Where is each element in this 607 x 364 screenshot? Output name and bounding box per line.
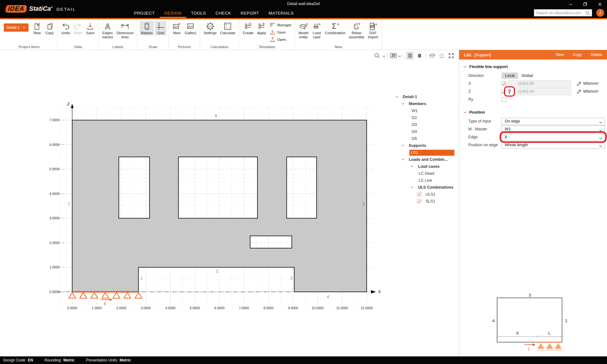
position-on-edge-label: Position on edge [468,143,502,147]
ribbon-pictures-gallery[interactable]: Gallery [183,21,197,35]
ribbon-labels-edges-names[interactable]: AEdgesnames [101,21,114,40]
x-stiffness-field[interactable]: 11492.80 [508,80,571,87]
tree-item-sls1[interactable]: SLS1 [395,198,454,205]
view-mode-dropdown-icon[interactable] [398,53,401,59]
tree-item-o3[interactable]: O3 [395,121,454,128]
menu-design[interactable]: DESIGN [160,8,186,18]
ribbon-calculation-calculate[interactable]: +−×÷Calculate [219,21,237,35]
new-support-button[interactable]: New [556,53,564,57]
tree-chevron-icon[interactable] [402,159,407,160]
ribbon-data-save[interactable]: Save [85,21,96,35]
direction-local-toggle[interactable]: Local [502,72,518,79]
tree-item-supports[interactable]: Supports [395,142,454,149]
ribbon-templates-open[interactable]: Open [269,36,293,43]
tree-checkbox[interactable] [417,192,421,197]
wireframe-view-icon[interactable] [406,52,414,60]
ribbon-draw-rebars[interactable]: Rebars [140,21,154,35]
ribbon-new-load-case[interactable]: Loadcase [311,21,323,40]
home-view-icon[interactable] [438,52,446,60]
tree-item-o5[interactable]: O5 [395,135,454,142]
tree-item-uls1[interactable]: ULS1 [395,191,454,198]
diagram-arrow-head [533,343,535,346]
type-of-input-select[interactable]: On edge [502,118,605,125]
minimize-button[interactable] [563,0,578,8]
ry-enabled-checkbox[interactable] [502,97,506,102]
ribbon-project-items-copy[interactable]: Copy [44,21,55,35]
menu-check[interactable]: CHECK [211,8,236,18]
line-support-ls1[interactable] [69,292,142,301]
position-on-edge-row: Position on edge Whole length [459,141,607,149]
collapse-chevron-icon [463,66,466,68]
tree-item-ls1[interactable]: LS1 [395,149,454,156]
edit-pencil-icon[interactable] [576,89,582,94]
drawing-canvas[interactable]: XZ675123480.00001.00002.00003.00004.0000… [0,50,459,356]
ribbon-pictures-new[interactable]: New [171,21,182,35]
tree-item-w1[interactable]: W1 [395,107,454,114]
ribbon-templates-apply[interactable]: Apply [256,21,268,35]
ribbon-templates-manager[interactable]: Manager [269,22,293,28]
ribbon-project-items-new[interactable]: New [31,21,43,35]
tree-item-detail-1[interactable]: Detail-1 [395,93,454,100]
position-on-edge-select[interactable]: Whole length [502,141,605,149]
ribbon-new-dxf-import[interactable]: DXFDXFImport [366,21,379,40]
edge-select[interactable]: 8 [502,134,605,141]
edit-pencil-icon[interactable] [576,81,582,86]
ribbon-templates-create[interactable]: Create [241,21,255,35]
view-mode-2d[interactable]: 2D [390,53,397,58]
tree-chevron-icon[interactable] [411,166,416,167]
direction-global-toggle[interactable]: Global [518,72,536,79]
menu-project[interactable]: PROJECT [129,8,160,18]
tree-item-o2[interactable]: O2 [395,114,454,121]
solid-view-icon[interactable] [415,52,423,60]
ribbon-new-combination[interactable]: ΣCombination [324,21,347,35]
ribbon-calculation-settings[interactable]: </>Settings [202,21,218,35]
ribbon-templates-save[interactable]: Save [269,29,293,35]
tree-chevron-icon[interactable] [395,96,401,98]
tree-item-o4[interactable]: O4 [395,128,454,135]
delete-support-button[interactable]: Delete [591,53,602,57]
z-stiffness-field[interactable]: 11492.80 [508,88,571,95]
x-enabled-checkbox[interactable] [502,81,506,86]
tree-chevron-icon[interactable] [402,145,407,147]
ribbon-data-undo[interactable]: Undo [60,21,71,35]
copy-support-button[interactable]: Copy [573,53,582,57]
zoom-fit-icon[interactable] [447,52,455,60]
zoom-dropdown-icon[interactable] [383,53,385,59]
z-tick-label: 4.0000 [49,192,60,196]
close-button[interactable] [592,0,607,8]
tree-item-uls-combinations[interactable]: ULS Combinations [395,184,454,191]
nonlinear-support-icon[interactable] [506,87,513,96]
ribbon-labels-dimension-lines[interactable]: Dimensionlines [115,21,135,40]
tree-item-load-cases[interactable]: Load cases [395,163,454,170]
ribbon-group-caption: New [297,45,379,50]
ribbon-group-labels: AEdgesnamesDimensionlinesLabels [98,19,137,50]
ribbon-draw-grid[interactable]: Grid [155,21,166,35]
master-select[interactable]: W1 [502,126,605,133]
ribbon-new-rebar-assembly[interactable]: Rebarassembly [348,21,366,40]
info-button[interactable]: i [596,9,604,17]
tree-item-loads-and-combin[interactable]: Loads and Combin... [395,156,454,163]
wall-member-w1[interactable] [72,120,367,292]
clip-view-icon[interactable] [428,52,436,60]
section-position[interactable]: Position [459,106,607,117]
ribbon-group-caption: Labels [101,45,135,50]
tree-item-members[interactable]: Members [395,100,454,107]
tree-item-lc-dead[interactable]: LC Dead [395,170,454,177]
menu-materials[interactable]: MATERIALS [264,8,298,18]
wall-drawing[interactable]: XZ675123480.00001.00002.00003.00004.0000… [0,50,459,356]
ribbon-new-model-entity[interactable]: Modelentity [297,21,310,40]
ribbon-data-redo[interactable]: Redo [72,21,84,35]
menu-report[interactable]: REPORT [236,8,264,18]
tree-item-lc-live[interactable]: LC Live [395,177,454,184]
restore-button[interactable] [578,0,592,8]
tree-chevron-icon[interactable] [402,103,407,105]
search-input[interactable] [536,11,585,15]
project-item-select[interactable]: Detail-1 [4,23,28,32]
tree-checkbox[interactable] [417,199,421,204]
ribbon-group-caption: Pictures [171,45,197,50]
section-flexible-line-support[interactable]: Flexible line support [459,61,607,72]
tree-chevron-icon[interactable] [411,186,416,188]
zoom-icon[interactable] [373,52,381,60]
menu-tools[interactable]: TOOLS [186,8,211,18]
tree-item-label: Members [407,101,454,107]
